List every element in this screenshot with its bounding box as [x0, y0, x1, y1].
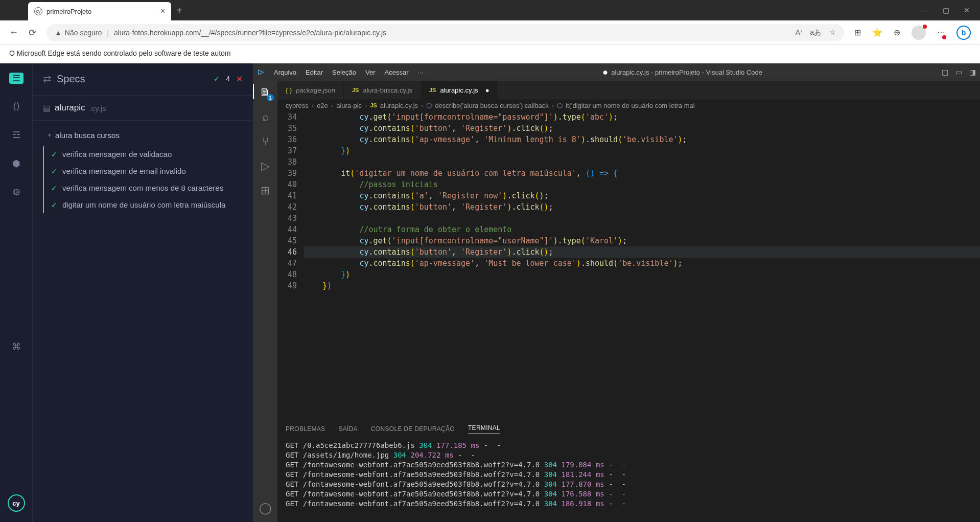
- tab-label: alurapic.cy.js: [440, 86, 478, 94]
- vscode-window: ⊳ ArquivoEditarSeleçãoVerAcessar··· ● al…: [253, 63, 980, 522]
- collections-icon[interactable]: ⊕: [894, 28, 900, 37]
- code-line[interactable]: cy.contains('button', 'Register').click(…: [304, 246, 980, 258]
- line-number: 48: [277, 269, 297, 280]
- automation-info-bar: O Microsoft Edge está sendo controlado p…: [0, 45, 980, 63]
- refresh-button[interactable]: ⟳: [29, 27, 36, 38]
- divider: |: [107, 29, 109, 37]
- menu-item[interactable]: Seleção: [332, 69, 356, 76]
- test-row[interactable]: ✓verifica mensagem de validacao: [44, 146, 253, 163]
- vscode-titlebar: ⊳ ArquivoEditarSeleçãoVerAcessar··· ● al…: [253, 63, 980, 81]
- bing-icon[interactable]: b: [956, 26, 971, 40]
- account-icon[interactable]: ◯: [259, 502, 272, 515]
- pass-check-icon: ✓: [214, 75, 220, 83]
- code-editor[interactable]: 34353637383940414243444546474849 cy.get(…: [277, 111, 980, 420]
- menu-item[interactable]: Acessar: [385, 69, 409, 76]
- panel-tab[interactable]: TERMINAL: [468, 424, 500, 434]
- menu-item[interactable]: Ver: [365, 69, 376, 76]
- code-line[interactable]: [304, 156, 980, 168]
- code-line[interactable]: cy.get('input[formcontrolname="password"…: [304, 111, 980, 123]
- breadcrumb-item[interactable]: it('digitar um nome de usuário com letra…: [566, 102, 694, 109]
- panel-tab[interactable]: CONSOLE DE DEPURAÇÃO: [371, 425, 455, 433]
- source-control-icon[interactable]: ⑂: [262, 135, 269, 148]
- code-line[interactable]: cy.contains('ap-vmessage', 'Must be lowe…: [304, 258, 980, 269]
- chevron-icon: ›: [365, 102, 367, 109]
- new-tab-button[interactable]: +: [176, 5, 182, 16]
- more-icon[interactable]: ⋯: [937, 28, 945, 37]
- layout-icon[interactable]: ◫: [942, 68, 948, 76]
- address-bar[interactable]: ▲ Não seguro | alura-fotos.herokuapp.com…: [46, 24, 844, 41]
- breadcrumb[interactable]: cypress›e2e›alura-pic›JS alurapic.cy.js›…: [277, 99, 980, 111]
- test-row[interactable]: ✓digitar um nome de usuário com letra ma…: [44, 196, 253, 213]
- cypress-logo[interactable]: cy: [8, 494, 25, 512]
- browser-tab[interactable]: cy primeiroProjeto ×: [28, 2, 171, 20]
- explorer-icon[interactable]: 🗎1: [260, 86, 271, 99]
- code-line[interactable]: cy.contains('button', 'Register').click(…: [304, 123, 980, 134]
- code-line[interactable]: [304, 213, 980, 224]
- test-row[interactable]: ✓verifica mensagem com menos de 8 caract…: [44, 179, 253, 196]
- terminal-output[interactable]: GET /0.a5ce21abc277776abeb6.js 304 177.1…: [277, 438, 980, 522]
- maximize-icon[interactable]: ▢: [943, 6, 949, 14]
- code-content[interactable]: cy.get('input[formcontrolname="password"…: [304, 111, 980, 420]
- settings-icon[interactable]: ⚙: [10, 186, 22, 198]
- keyboard-icon[interactable]: ⌘: [10, 341, 22, 353]
- code-line[interactable]: cy.get('input[formcontrolname="userName"…: [304, 235, 980, 246]
- close-icon[interactable]: ×: [160, 7, 165, 16]
- runs-icon[interactable]: ⟨⟩: [10, 100, 22, 112]
- code-line[interactable]: }): [304, 269, 980, 280]
- menu-bar: ArquivoEditarSeleçãoVerAcessar···: [274, 69, 423, 76]
- spec-file-header[interactable]: ▤ alurapic.cy.js: [33, 95, 253, 121]
- panel-tab[interactable]: SAÍDA: [338, 425, 358, 433]
- menu-icon[interactable]: ⇄: [43, 73, 52, 85]
- code-line[interactable]: cy.contains('a', 'Register now').click()…: [304, 190, 980, 201]
- code-line[interactable]: }): [304, 145, 980, 156]
- favorites-bar-icon[interactable]: ⭐: [872, 28, 882, 37]
- test-name: verifica mensagem de validacao: [62, 150, 172, 158]
- minimize-icon[interactable]: —: [921, 6, 928, 14]
- code-line[interactable]: //passos iniciais: [304, 179, 980, 190]
- breadcrumb-item[interactable]: e2e: [317, 102, 328, 109]
- breadcrumb-item[interactable]: alurapic.cy.js: [380, 102, 418, 109]
- code-line[interactable]: //outra forma de obter o elemento: [304, 224, 980, 235]
- breadcrumb-item[interactable]: alura-pic: [336, 102, 362, 109]
- modified-dot: ●: [485, 86, 489, 94]
- specs-icon[interactable]: ☰: [9, 73, 24, 84]
- back-button[interactable]: ←: [9, 27, 18, 38]
- translate-icon[interactable]: aあ: [810, 28, 821, 37]
- suite-name-row[interactable]: ▾ alura busca cursos: [33, 128, 253, 146]
- pass-count: 4: [226, 75, 230, 83]
- panel-tabs: PROBLEMASSAÍDACONSOLE DE DEPURAÇÃOTERMIN…: [277, 420, 980, 438]
- list-icon[interactable]: ☲: [10, 129, 22, 141]
- browser-titlebar: cy primeiroProjeto × + — ▢ ✕: [0, 0, 980, 20]
- editor-tab[interactable]: JSalurapic.cy.js●: [421, 81, 498, 99]
- run-debug-icon[interactable]: ▷: [261, 160, 270, 173]
- debug-icon[interactable]: ⬢: [10, 157, 22, 170]
- code-line[interactable]: it('digitar um nome de usuário com letra…: [304, 168, 980, 179]
- tab-label: package.json: [296, 86, 335, 94]
- panel-tab[interactable]: PROBLEMAS: [286, 425, 325, 433]
- line-number: 35: [277, 123, 297, 134]
- favorite-icon[interactable]: ☆: [829, 28, 836, 37]
- layout-icon[interactable]: ◨: [969, 68, 976, 76]
- window-controls: — ▢ ✕: [921, 6, 980, 14]
- cypress-header: ⇄ Specs ✓ 4 ✕: [33, 73, 253, 85]
- menu-item[interactable]: Editar: [306, 69, 323, 76]
- breadcrumb-item[interactable]: describe('alura busca cursos') callback: [435, 102, 548, 109]
- close-window-icon[interactable]: ✕: [964, 6, 970, 14]
- code-line[interactable]: cy.contains('button', 'Register').click(…: [304, 201, 980, 213]
- extensions-icon[interactable]: ⊞: [261, 184, 270, 197]
- security-indicator[interactable]: ▲ Não seguro: [55, 29, 102, 37]
- editor-tab[interactable]: JSalura-busca.cy.js: [344, 81, 421, 99]
- search-icon[interactable]: ⌕: [262, 110, 269, 124]
- test-row[interactable]: ✓verifica mensagem de email invalido: [44, 163, 253, 179]
- layout-icon[interactable]: ▭: [955, 68, 962, 76]
- breadcrumb-item[interactable]: cypress: [286, 102, 309, 109]
- tab-title: primeiroProjeto: [46, 8, 91, 15]
- menu-item[interactable]: ···: [418, 69, 424, 76]
- profile-avatar[interactable]: [912, 26, 926, 40]
- extensions-icon[interactable]: ⊞: [854, 28, 861, 37]
- read-aloud-icon[interactable]: A⁾: [796, 28, 802, 37]
- code-line[interactable]: cy.contains('ap-vmessage', 'Mininum leng…: [304, 134, 980, 145]
- menu-item[interactable]: Arquivo: [274, 69, 296, 76]
- editor-tab[interactable]: { }package.json: [277, 81, 344, 99]
- code-line[interactable]: }): [304, 280, 980, 291]
